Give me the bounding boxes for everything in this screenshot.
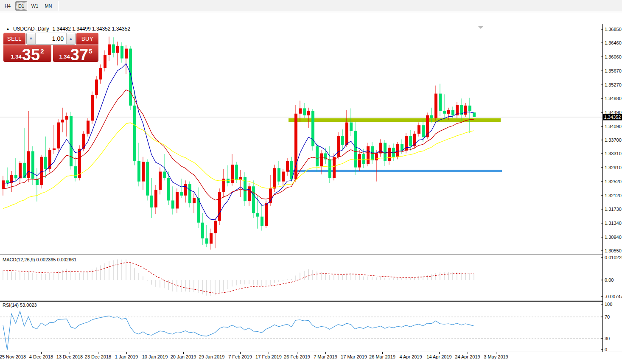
date-tick (269, 352, 269, 354)
timeframe-button-w1[interactable]: W1 (29, 1, 41, 11)
timeframe-toolbar: H4D1W1MN (0, 0, 622, 12)
price-axis-label: 1.36460 (605, 40, 622, 45)
price-axis[interactable]: 1.368501.364601.360601.356701.352701.348… (603, 24, 622, 352)
date-tick (439, 352, 440, 354)
date-axis[interactable]: 25 Nov 20184 Dec 201813 Dec 201823 Dec 2… (0, 352, 622, 364)
chart-ohlc: 1.34482 1.34499 1.34352 1.34352 (53, 26, 131, 32)
macd-axis-label: 0.00 (605, 277, 614, 283)
axis-tick (601, 112, 603, 112)
date-label: 14 Apr 2019 (426, 354, 451, 359)
price-axis-label: 1.33700 (605, 137, 622, 143)
date-tick (98, 352, 98, 354)
axis-tick (601, 57, 603, 57)
rsi-axis-label: 100 (605, 302, 612, 307)
timeframe-button-mn[interactable]: MN (42, 1, 54, 11)
collapse-panel-icon[interactable]: ▲ (6, 27, 10, 31)
price-axis-label: 1.31730 (605, 207, 622, 212)
sell-price-button[interactable]: 1.34 35 2 (3, 45, 51, 62)
ma-fast-line (3, 64, 474, 220)
axis-tick (601, 350, 603, 350)
panel-separator[interactable] (0, 301, 622, 302)
one-click-trading-panel: SELL ▼ 1.00 ▲ BUY 1.34 35 2 1.34 37 5 (3, 33, 98, 62)
volume-down-icon[interactable]: ▼ (27, 33, 36, 44)
panel-separator[interactable] (0, 300, 622, 300)
ma-slow-line (3, 123, 474, 208)
date-label: 7 Mar 2019 (314, 354, 337, 359)
axis-tick (601, 84, 603, 85)
price-axis-label: 1.35670 (605, 68, 622, 73)
chart-shift-icon[interactable] (478, 26, 484, 29)
date-label: 17 Feb 2019 (255, 354, 282, 359)
volume-input[interactable]: 1.00 (36, 33, 66, 44)
axis-tick (601, 154, 603, 154)
date-label: 23 Dec 2018 (85, 354, 111, 359)
rsi-axis-label: 70 (605, 314, 610, 319)
candlesticks (2, 36, 476, 249)
buy-price-base: 1.34 (59, 53, 70, 60)
price-axis-label: 1.32120 (605, 193, 622, 198)
buy-price-pip: 5 (89, 48, 92, 55)
date-tick (496, 352, 496, 354)
date-tick (212, 352, 212, 354)
volume-stepper: ▼ 1.00 ▲ (26, 33, 76, 45)
date-tick (297, 352, 297, 354)
sell-price-pip: 2 (40, 48, 44, 55)
axis-tick (601, 29, 603, 30)
macd-axis-label: -0.007477 (605, 294, 622, 299)
price-axis-label: 1.35270 (605, 82, 622, 87)
price-axis-label: 1.33310 (605, 151, 622, 156)
buy-price-big: 37 (70, 48, 88, 61)
volume-up-icon[interactable]: ▲ (66, 33, 75, 44)
resistance-trendline[interactable] (289, 118, 501, 122)
axis-tick (601, 98, 603, 99)
date-tick (155, 352, 155, 354)
macd-signal-line (3, 263, 474, 293)
date-label: 17 Mar 2019 (341, 354, 367, 359)
axis-tick (601, 304, 603, 305)
buy-button[interactable]: BUY (76, 33, 98, 45)
date-tick (411, 352, 411, 354)
price-axis-label: 1.31340 (605, 221, 622, 226)
date-label: 26 Feb 2019 (284, 354, 310, 359)
date-label: 24 Apr 2019 (455, 354, 480, 359)
date-tick (240, 352, 241, 354)
timeframe-button-h4[interactable]: H4 (2, 1, 14, 11)
axis-tick (601, 250, 603, 251)
chart-title: USDCAD-,Daily (13, 26, 49, 32)
date-label: 4 Apr 2019 (399, 354, 422, 359)
date-label: 26 Mar 2019 (369, 354, 395, 359)
rsi-label: RSI(14) 53.0023 (3, 302, 37, 308)
axis-tick (601, 195, 603, 196)
axis-tick (601, 223, 603, 223)
rsi-indicator[interactable] (0, 302, 602, 352)
chart-window: ▲ USDCAD-,Daily 1.34482 1.34499 1.34352 … (0, 12, 622, 353)
panel-separator[interactable] (0, 256, 622, 256)
date-tick (183, 352, 184, 354)
date-label: 3 May 2019 (484, 354, 508, 359)
date-tick (468, 352, 468, 354)
axis-tick (601, 126, 603, 126)
axis-tick (601, 296, 603, 297)
axis-tick (601, 209, 603, 210)
timeframe-button-d1[interactable]: D1 (15, 1, 27, 11)
axis-tick (601, 140, 603, 140)
date-tick (382, 352, 383, 354)
buy-price-button[interactable]: 1.34 37 5 (53, 45, 98, 62)
support-trendline[interactable] (287, 170, 502, 172)
macd-indicator[interactable] (0, 256, 602, 300)
axis-tick (601, 280, 603, 280)
axis-tick (601, 70, 603, 71)
price-axis-label: 1.32520 (605, 179, 622, 184)
chart-header: ▲ USDCAD-,Daily 1.34482 1.34499 1.34352 … (6, 26, 130, 32)
macd-label: MACD(12,26,9) 0.002365 0.002661 (3, 257, 76, 262)
axis-tick (601, 339, 603, 339)
date-tick (41, 352, 42, 354)
date-tick (70, 352, 70, 354)
date-label: 25 Nov 2018 (0, 354, 26, 359)
price-axis-label: 1.30940 (605, 235, 622, 240)
sell-button[interactable]: SELL (3, 33, 25, 45)
rsi-axis-label: 30 (605, 336, 610, 341)
panel-separator[interactable] (0, 255, 622, 255)
axis-tick (601, 258, 603, 258)
axis-tick (601, 317, 603, 317)
